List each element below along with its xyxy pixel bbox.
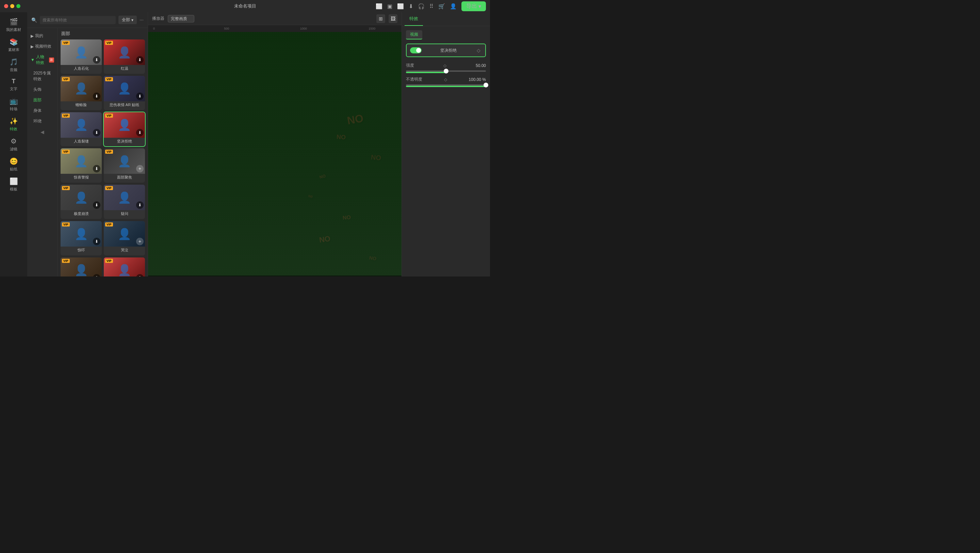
effect-sad-ar[interactable]: 👤 VIP ⬇ 悲伤表情 AR 贴纸 [104,76,145,110]
person-icon: 👤 [75,264,88,276]
cat-surround[interactable]: 环绕 [27,116,57,127]
download-icon[interactable]: ⬇ [136,274,143,276]
user-icon[interactable]: 👤 [450,3,457,10]
download-icon[interactable]: ⬇ [93,165,100,172]
vip-badge: VIP [105,259,113,263]
screenshot-icon[interactable]: ⬜ [375,3,382,10]
effect-alert[interactable]: 👤 VIP ⬇ 惊喜警报 [60,148,102,183]
strength-value: 50.00 [476,63,486,68]
diamond-icon[interactable]: ◇ [475,47,482,54]
strength-slider[interactable] [406,70,486,72]
opacity-diamond-btn[interactable]: ◇ [444,77,447,82]
preview-toolbar: 播放器 完整画质 高质量 标准 ⊞ 🖼 [148,12,401,25]
download-icon[interactable]: ⬇ [136,92,143,100]
download-icon[interactable]: ⬇ [136,129,143,137]
effect-collapse[interactable]: 👤 VIP ⬇ 极度崩溃 [60,185,102,219]
sidebar-item-stickers[interactable]: 😊 贴纸 [0,154,27,175]
download-icon[interactable]: ⬇ [93,274,100,276]
effect-reject[interactable]: 👤 VIP ⬇ 坚决拒绝 [104,112,145,146]
download-icon[interactable]: ⬇ [93,238,100,245]
effect-toggle[interactable] [410,47,422,53]
vip-badge: VIP [62,259,70,263]
effect-focus[interactable]: 👤 VIP ＋ 面部聚焦 [104,148,145,183]
sidebar-item-effects[interactable]: ✨ 特效 [0,114,27,134]
cat-char-fx[interactable]: ▼ 人物特效 新 [27,52,57,68]
quality-select[interactable]: 完整画质 高质量 标准 [168,15,194,22]
sidebar-item-filters[interactable]: ⚙ 滤镜 [0,134,27,154]
search-icon: 🔍 [31,17,37,23]
chevron-icon: ▾ [131,17,134,22]
close-button[interactable] [4,4,8,8]
opacity-slider[interactable] [406,84,486,86]
cat-body[interactable]: 身体 [27,105,57,116]
sidebar-item-my-assets[interactable]: 🎬 我的素材 [0,15,27,35]
cat-my[interactable]: ▶ 我的 [27,30,57,41]
download-icon[interactable]: ⬇ [409,3,413,10]
headphone-icon[interactable]: 🎧 [418,3,425,10]
cat-surround-label: 环绕 [33,118,41,124]
effect-more2[interactable]: 👤 VIP ⬇ [104,257,145,276]
sidebar-item-text[interactable]: T 文字 [0,75,27,94]
effect-reject-thumb: 👤 VIP ⬇ [104,112,145,138]
photo-btn[interactable]: 🖼 [388,14,398,23]
effect-name: 坚决拒绝 [440,48,457,53]
strength-label-row: 强度 ◇ 50.00 [406,63,486,68]
collapse-panel-btn[interactable]: ◀ [27,127,57,137]
effect-stonify[interactable]: 👤 VIP ⬇ 人造石化 [60,40,102,74]
cat-2025[interactable]: 2025专属特效 [27,68,57,84]
strength-diamond-btn[interactable]: ◇ [443,63,447,68]
effect-cry[interactable]: 👤 VIP ＋ 哭泣 [104,221,145,256]
effect-scare[interactable]: 👤 VIP ⬇ 惊吓 [60,221,102,256]
device-icon[interactable]: ⬜ [397,3,404,10]
sidebar-item-templates[interactable]: ⬜ 模板 [0,175,27,194]
effect-crack[interactable]: 👤 VIP ⬇ 人造裂缝 [60,112,102,146]
add-icon[interactable]: ＋ [136,165,143,172]
filter-button[interactable]: 全部 ▾ [118,16,137,24]
effect-doubt[interactable]: 👤 VIP ⬇ 疑问 [104,185,145,219]
video-subtab[interactable]: 视频 [406,30,422,40]
sidebar-item-asset-lib[interactable]: 📚 素材库 [0,35,27,55]
cat-video-label: 视频特效 [35,43,51,49]
download-icon[interactable]: ⬇ [93,92,100,100]
search-input[interactable] [40,16,116,24]
left-sidebar: 🎬 我的素材 📚 素材库 🎵 音频 T 文字 📺 转场 ✨ 特效 ⚙ 滤镜 😊 [0,12,27,276]
text-icon: T [12,78,16,85]
strength-handle[interactable] [444,69,449,73]
add-icon[interactable]: ＋ [136,238,143,245]
effect-collapse-label: 极度崩溃 [60,210,102,217]
vip-badge: VIP [105,222,113,227]
opacity-handle[interactable] [484,83,488,87]
download-icon[interactable]: ⬇ [93,56,100,64]
download-icon[interactable]: ⬇ [136,56,143,64]
vip-badge: VIP [105,149,113,154]
left-arrow-icon: ◀ [40,129,44,135]
forest-bg [148,32,401,275]
grid-view-btn[interactable]: ⊞ [376,14,385,23]
vip-badge: VIP [62,149,70,154]
effect-more1[interactable]: 👤 VIP ⬇ [60,257,102,276]
video-subtab-row: 视频 [406,30,486,40]
toggle-track[interactable] [410,47,422,53]
sidebar-item-audio[interactable]: 🎵 音频 [0,55,27,75]
cat-video-fx[interactable]: ▶ 视频特效 [27,41,57,52]
download-icon[interactable]: ⬇ [136,201,143,209]
maximize-button[interactable] [16,4,21,8]
download-icon[interactable]: ⬇ [93,129,100,137]
cat-face[interactable]: 面部 [27,95,57,105]
tab-effects[interactable]: 特效 [404,12,423,26]
more-icon[interactable]: ⋯ [140,17,143,22]
export-button[interactable]: 导出 ▾ [461,2,486,11]
sidebar-item-transition[interactable]: 📺 转场 [0,94,27,114]
grid-icon[interactable]: ⠿ [430,3,434,10]
effect-red-warm[interactable]: 👤 VIP ⬇ 红温 [104,40,145,74]
effect-cry-label: 哭泣 [104,246,145,254]
person-icon: 👤 [118,46,131,59]
monitor-icon[interactable]: ▣ [387,3,392,10]
person-icon: 👤 [75,82,88,95]
cat-headwear[interactable]: 头饰 [27,84,57,95]
minimize-button[interactable] [10,4,14,8]
cart-icon[interactable]: 🛒 [438,3,445,10]
effect-melt[interactable]: 👤 VIP ⬇ 蟾蜍脸 [60,76,102,110]
download-icon[interactable]: ⬇ [93,201,100,209]
cat-my-label: 我的 [35,33,43,39]
